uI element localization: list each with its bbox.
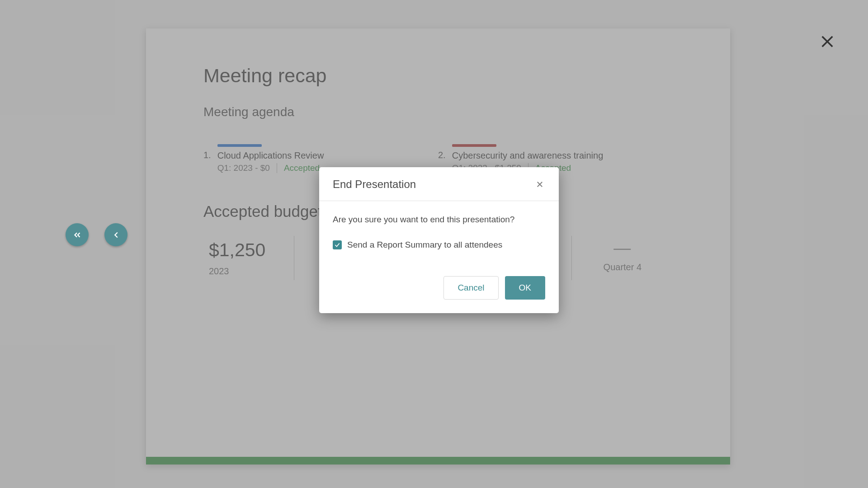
close-icon: [536, 180, 544, 188]
first-slide-button[interactable]: [66, 223, 89, 246]
end-presentation-dialog: End Presentation Are you sure you want t…: [319, 167, 559, 313]
chevron-left-icon: [111, 230, 121, 240]
check-icon: [334, 242, 340, 248]
ok-button[interactable]: OK: [505, 276, 545, 300]
dialog-message: Are you sure you want to end this presen…: [333, 215, 545, 225]
dialog-title: End Presentation: [333, 178, 416, 191]
close-icon: [820, 34, 835, 49]
close-presentation-button[interactable]: [813, 27, 842, 56]
send-summary-label: Send a Report Summary to all attendees: [347, 240, 502, 250]
dialog-close-button[interactable]: [534, 179, 545, 190]
cancel-button[interactable]: Cancel: [443, 276, 498, 300]
send-summary-checkbox[interactable]: [333, 240, 342, 249]
chevrons-left-icon: [72, 230, 82, 240]
prev-slide-button[interactable]: [104, 223, 127, 246]
